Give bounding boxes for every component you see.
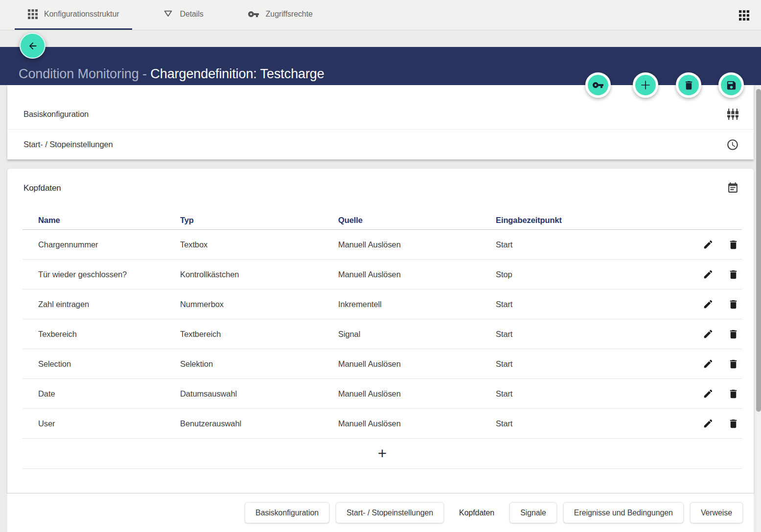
edit-row-button[interactable] <box>703 299 714 310</box>
trash-icon <box>728 418 739 429</box>
table-row-user: UserBenutzerauswahlManuell AuslösenStart <box>23 409 742 439</box>
add-row-button[interactable]: + <box>23 439 742 469</box>
footer-button-kopfdaten[interactable]: Kopfdaten <box>450 502 503 523</box>
row-actions <box>679 388 742 399</box>
table-row-date: DateDatumsauswahlManuell AuslösenStart <box>23 379 742 409</box>
row-actions <box>679 299 742 310</box>
cell-name: Tür wieder geschlossen? <box>23 270 180 279</box>
delete-row-button[interactable] <box>728 358 739 370</box>
section-label: Basiskonfiguration <box>23 110 89 119</box>
delete-row-button[interactable] <box>728 418 739 429</box>
trash-icon <box>728 269 739 280</box>
permissions-button[interactable] <box>585 72 611 98</box>
scrollbar-thumb[interactable] <box>756 89 761 412</box>
edit-row-button[interactable] <box>703 418 714 429</box>
cell-typ: Textbereich <box>180 330 338 339</box>
trash-icon <box>728 388 739 399</box>
page-title: Condition Monitoring - Chargendefinition… <box>19 66 324 82</box>
plus-icon <box>639 79 652 91</box>
scrollbar-track[interactable] <box>756 85 761 532</box>
component-icon <box>727 108 739 120</box>
table-row-selection: SelectionSelektionManuell AuslösenStart <box>23 349 742 379</box>
pencil-icon <box>703 269 714 280</box>
cell-eingabezeitpunkt: Stop <box>496 270 679 279</box>
back-button[interactable] <box>20 33 46 59</box>
delete-row-button[interactable] <box>728 299 739 310</box>
cell-name: Texbereich <box>23 330 180 339</box>
row-actions <box>679 418 742 429</box>
kopfdaten-header: Kopfdaten <box>7 169 754 194</box>
arrow-back-icon <box>27 41 38 51</box>
edit-row-button[interactable] <box>703 358 714 370</box>
column-header-quelle: Quelle <box>338 216 496 225</box>
tab-zugriffsrechte[interactable]: Zugriffsrechte <box>234 0 326 30</box>
add-button[interactable] <box>633 72 658 98</box>
section-label: Start- / Stopeinstellungen <box>23 140 113 149</box>
pencil-icon <box>703 358 714 370</box>
tab-konfigurationsstruktur[interactable]: Konfigurationsstruktur <box>15 0 132 30</box>
kopfdaten-table: NameTypQuelleEingabezeitpunkt Chargennum… <box>23 216 742 469</box>
trash-icon <box>683 80 694 91</box>
cell-eingabezeitpunkt: Start <box>496 419 679 428</box>
kopfdaten-card: Kopfdaten NameTypQuelleEingabezeitpunkt … <box>7 169 754 493</box>
clock-icon <box>726 138 739 151</box>
edit-row-button[interactable] <box>703 269 714 280</box>
cell-name: Date <box>23 389 180 399</box>
trash-icon <box>728 358 739 370</box>
kopfdaten-title: Kopfdaten <box>23 183 61 193</box>
footer-button-start-stopeinstellungen[interactable]: Start- / Stopeinstellungen <box>336 502 444 523</box>
footer-button-basiskonfiguration[interactable]: Basiskonfiguration <box>245 502 329 523</box>
trash-icon <box>728 239 739 250</box>
apps-grid-icon[interactable] <box>739 10 749 21</box>
pencil-icon <box>703 388 714 399</box>
row-actions <box>679 239 742 250</box>
tab-details[interactable]: Details <box>150 0 216 30</box>
delete-row-button[interactable] <box>728 388 739 399</box>
footer-button-verweise[interactable]: Verweise <box>690 502 743 523</box>
edit-row-button[interactable] <box>703 329 714 340</box>
save-icon <box>726 80 737 91</box>
cell-eingabezeitpunkt: Start <box>496 330 679 339</box>
pencil-icon <box>703 239 714 250</box>
table-body: ChargennummerTextboxManuell AuslösenStar… <box>23 230 742 439</box>
save-button[interactable] <box>718 72 744 98</box>
pencil-icon <box>703 418 714 429</box>
cell-quelle: Manuell Auslösen <box>338 419 496 428</box>
tab-label: Konfigurationsstruktur <box>44 10 119 19</box>
cell-quelle: Manuell Auslösen <box>338 270 496 279</box>
table-header-row: NameTypQuelleEingabezeitpunkt <box>23 216 742 230</box>
tab-label: Zugriffsrechte <box>266 10 313 19</box>
pencil-icon <box>703 299 714 310</box>
cell-typ: Textbox <box>180 240 338 249</box>
section-row-start-stopeinstellungen[interactable]: Start- / Stopeinstellungen <box>7 129 754 159</box>
calendar-icon[interactable] <box>727 182 739 194</box>
cell-name: User <box>23 419 180 428</box>
footer-button-ereignisse-und-bedingungen[interactable]: Ereignisse und Bedingungen <box>563 502 684 523</box>
trash-icon <box>728 329 739 340</box>
delete-row-button[interactable] <box>728 239 739 250</box>
page-title-prefix: Condition Monitoring - <box>19 66 150 81</box>
edit-row-button[interactable] <box>703 388 714 399</box>
bottom-navigation-bar: BasiskonfigurationStart- / Stopeinstellu… <box>7 493 754 532</box>
column-header-eingabezeitpunkt: Eingabezeitpunkt <box>496 216 679 225</box>
footer-button-signale[interactable]: Signale <box>509 502 557 523</box>
delete-row-button[interactable] <box>728 269 739 280</box>
cell-typ: Datumsauswahl <box>180 389 338 399</box>
cell-quelle: Signal <box>338 330 496 339</box>
pencil-icon <box>703 329 714 340</box>
filter-icon <box>163 9 173 20</box>
table-row-texbereich: TexbereichTextbereichSignalStart <box>23 319 742 349</box>
cell-quelle: Manuell Auslösen <box>338 389 496 399</box>
row-actions <box>679 329 742 340</box>
section-row-basiskonfiguration[interactable]: Basiskonfiguration <box>7 99 754 129</box>
edit-row-button[interactable] <box>703 239 714 250</box>
page-title-main: Chargendefinition: Testcharge <box>150 66 324 81</box>
cell-typ: Kontrollkästchen <box>180 270 338 279</box>
delete-button[interactable] <box>676 72 701 98</box>
cell-name: Selection <box>23 359 180 369</box>
cell-quelle: Manuell Auslösen <box>338 240 496 249</box>
column-header-name: Name <box>23 216 180 225</box>
cell-eingabezeitpunkt: Start <box>496 240 679 249</box>
delete-row-button[interactable] <box>728 329 739 340</box>
row-actions <box>679 269 742 280</box>
